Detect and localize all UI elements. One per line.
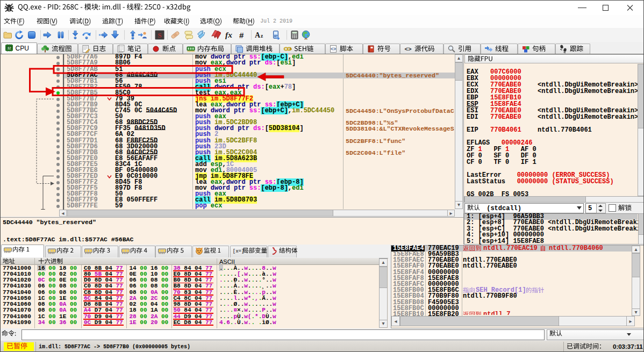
- svg-text:S: S: [158, 31, 161, 39]
- svg-text:<>: <>: [331, 47, 336, 52]
- svg-text:A: A: [255, 31, 261, 39]
- svg-text:z: z: [261, 33, 263, 39]
- svg-text:!: !: [290, 48, 291, 50]
- svg-text:32: 32: [7, 46, 11, 50]
- svg-text:<>: <>: [404, 46, 412, 53]
- svg-text:#: #: [239, 31, 244, 40]
- svg-text:fx: fx: [225, 30, 232, 39]
